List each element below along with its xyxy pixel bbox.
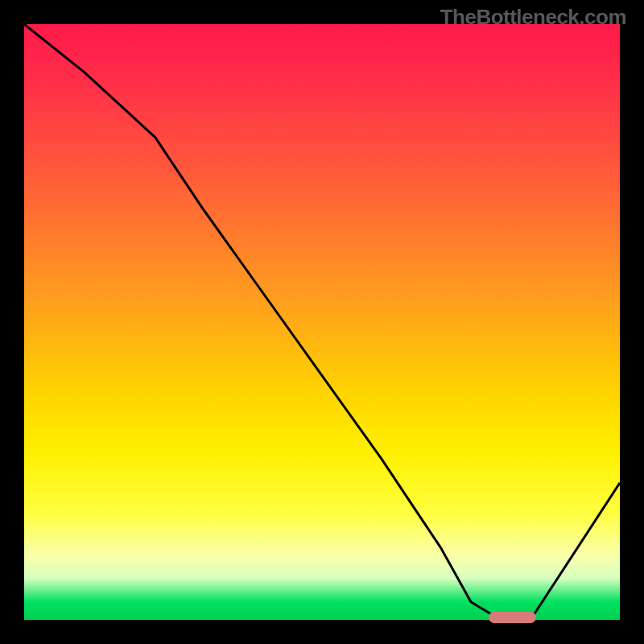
chart-frame: TheBottleneck.com [0, 0, 644, 644]
optimal-marker [489, 612, 536, 623]
curve-layer [24, 24, 620, 620]
bottleneck-curve [24, 24, 620, 620]
watermark-text: TheBottleneck.com [440, 5, 626, 30]
